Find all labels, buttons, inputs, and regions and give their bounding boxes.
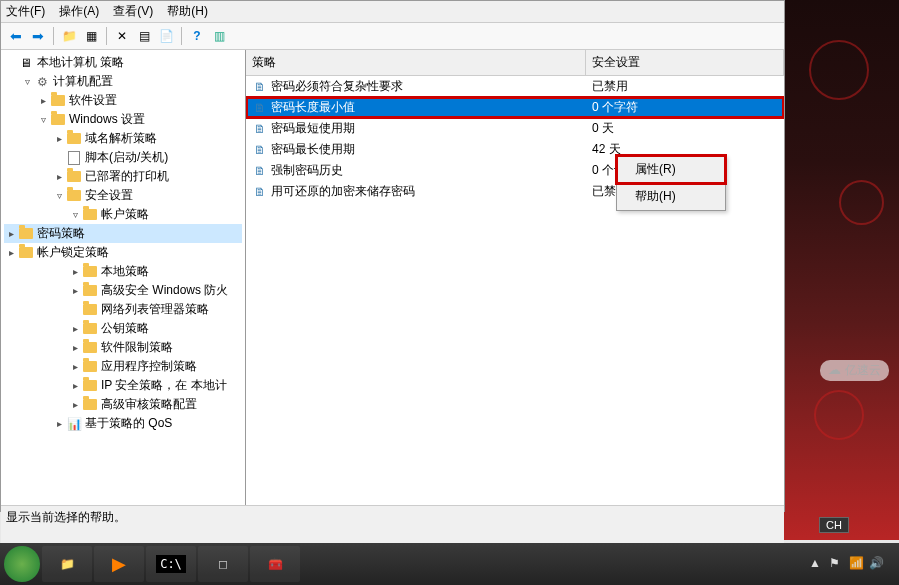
ctx-help[interactable]: 帮助(H) (617, 183, 725, 210)
properties-icon: ▤ (139, 29, 150, 43)
tree-label: 已部署的打印机 (85, 168, 169, 185)
col-setting[interactable]: 安全设置 (586, 50, 784, 75)
tree-item[interactable]: ▿安全设置 (4, 186, 242, 205)
expand-icon[interactable]: ▸ (36, 95, 50, 106)
refresh-button[interactable]: ▥ (209, 26, 229, 46)
ime-badge[interactable]: CH (819, 517, 849, 533)
show-hide-button[interactable]: ▦ (81, 26, 101, 46)
tree-root[interactable]: 🖥 本地计算机 策略 (4, 53, 242, 72)
expand-icon[interactable]: ▿ (52, 190, 66, 201)
status-bar: 显示当前选择的帮助。 (1, 505, 784, 545)
menu-bar: 文件(F) 操作(A) 查看(V) 帮助(H) (1, 1, 784, 23)
tree-item[interactable]: ▿⚙计算机配置 (4, 72, 242, 91)
tree-item[interactable]: ▸已部署的打印机 (4, 167, 242, 186)
ctx-properties[interactable]: 属性(R) (617, 156, 725, 183)
policy-icon: 🗎 (252, 100, 268, 116)
export-icon: 📄 (159, 29, 174, 43)
policy-row[interactable]: 🗎密码长度最小值0 个字符 (246, 97, 784, 118)
tree-icon: 📊 (66, 416, 82, 432)
policy-icon: 🗎 (252, 142, 268, 158)
system-tray: ▲ ⚑ 📶 🔊 (809, 556, 895, 572)
tree-icon (82, 207, 98, 223)
policy-row[interactable]: 🗎密码必须符合复杂性要求已禁用 (246, 76, 784, 97)
tree-item[interactable]: ▿帐户策略 (4, 205, 242, 224)
expand-icon[interactable]: ▸ (68, 361, 82, 372)
nav-tree[interactable]: 🖥 本地计算机 策略 ▿⚙计算机配置▸软件设置▿Windows 设置▸域名解析策… (1, 50, 246, 505)
tree-label: 软件限制策略 (101, 339, 173, 356)
tree-label: 安全设置 (85, 187, 133, 204)
taskbar-explorer[interactable]: 📁 (42, 546, 92, 582)
expand-icon[interactable]: ▿ (20, 76, 34, 87)
policy-row[interactable]: 🗎密码最短使用期0 天 (246, 118, 784, 139)
tree-item[interactable]: ▸📊基于策略的 QoS (4, 414, 242, 433)
taskbar: 📁 ▶ C:\ ◻ 🧰 ▲ ⚑ 📶 🔊 (0, 543, 899, 585)
tree-icon (50, 93, 66, 109)
tree-item[interactable]: ▸高级审核策略配置 (4, 395, 242, 414)
tree-item[interactable]: ▿Windows 设置 (4, 110, 242, 129)
col-policy[interactable]: 策略 (246, 50, 586, 75)
expand-icon[interactable]: ▸ (4, 228, 18, 239)
tree-icon (18, 226, 34, 242)
toolbox-icon: 🧰 (268, 557, 283, 571)
policy-name: 密码必须符合复杂性要求 (271, 78, 403, 95)
tree-label: IP 安全策略，在 本地计 (101, 377, 227, 394)
policy-icon: 🗎 (252, 184, 268, 200)
tree-item[interactable]: ▸高级安全 Windows 防火 (4, 281, 242, 300)
tree-item[interactable]: ▸IP 安全策略，在 本地计 (4, 376, 242, 395)
expand-icon[interactable]: ▸ (68, 380, 82, 391)
expand-icon[interactable]: ▸ (68, 399, 82, 410)
tree-icon (82, 283, 98, 299)
tree-item[interactable]: ▸本地策略 (4, 262, 242, 281)
expand-icon[interactable]: ▸ (68, 342, 82, 353)
menu-help[interactable]: 帮助(H) (167, 3, 208, 20)
tray-up-icon[interactable]: ▲ (809, 556, 825, 572)
tree-label: 脚本(启动/关机) (85, 149, 168, 166)
tree-item[interactable]: ▸公钥策略 (4, 319, 242, 338)
tree-item[interactable]: ▸软件限制策略 (4, 338, 242, 357)
expand-icon[interactable]: ▸ (4, 247, 18, 258)
up-button[interactable]: 📁 (59, 26, 79, 46)
expand-icon[interactable]: ▸ (52, 133, 66, 144)
tree-item[interactable]: ▸应用程序控制策略 (4, 357, 242, 376)
expand-icon[interactable]: ▸ (52, 418, 66, 429)
taskbar-cmd[interactable]: C:\ (146, 546, 196, 582)
expand-icon[interactable]: ▸ (52, 171, 66, 182)
start-button[interactable] (4, 546, 40, 582)
expand-icon[interactable]: ▸ (68, 323, 82, 334)
forward-button[interactable]: ➡ (28, 26, 48, 46)
menu-view[interactable]: 查看(V) (113, 3, 153, 20)
tree-label: Windows 设置 (69, 111, 145, 128)
tree-item[interactable]: 脚本(启动/关机) (4, 148, 242, 167)
back-button[interactable]: ⬅ (6, 26, 26, 46)
tree-item[interactable]: 网络列表管理器策略 (4, 300, 242, 319)
tree-root-label: 本地计算机 策略 (37, 54, 124, 71)
tree-item[interactable]: ▸密码策略 (4, 224, 242, 243)
flag-icon[interactable]: ⚑ (829, 556, 845, 572)
tree-item[interactable]: ▸帐户锁定策略 (4, 243, 242, 262)
tree-label: 公钥策略 (101, 320, 149, 337)
menu-action[interactable]: 操作(A) (59, 3, 99, 20)
help-button[interactable]: ? (187, 26, 207, 46)
volume-icon[interactable]: 🔊 (869, 556, 885, 572)
tree-item[interactable]: ▸域名解析策略 (4, 129, 242, 148)
menu-file[interactable]: 文件(F) (6, 3, 45, 20)
tree-icon (66, 150, 82, 166)
tree-item[interactable]: ▸软件设置 (4, 91, 242, 110)
taskbar-toolbox[interactable]: 🧰 (250, 546, 300, 582)
delete-icon: ✕ (117, 29, 127, 43)
export-button[interactable]: 📄 (156, 26, 176, 46)
panel-icon: ▦ (86, 29, 97, 43)
expand-icon[interactable]: ▸ (68, 266, 82, 277)
expand-icon[interactable]: ▿ (68, 209, 82, 220)
policy-value: 0 天 (586, 120, 614, 137)
delete-button[interactable]: ✕ (112, 26, 132, 46)
square-icon: ◻ (218, 557, 228, 571)
expand-icon[interactable]: ▿ (36, 114, 50, 125)
taskbar-media[interactable]: ▶ (94, 546, 144, 582)
mmc-window: 文件(F) 操作(A) 查看(V) 帮助(H) ⬅ ➡ 📁 ▦ ✕ ▤ 📄 ? … (0, 0, 785, 512)
folder-icon: 📁 (60, 557, 75, 571)
taskbar-app1[interactable]: ◻ (198, 546, 248, 582)
properties-button[interactable]: ▤ (134, 26, 154, 46)
network-icon[interactable]: 📶 (849, 556, 865, 572)
expand-icon[interactable]: ▸ (68, 285, 82, 296)
